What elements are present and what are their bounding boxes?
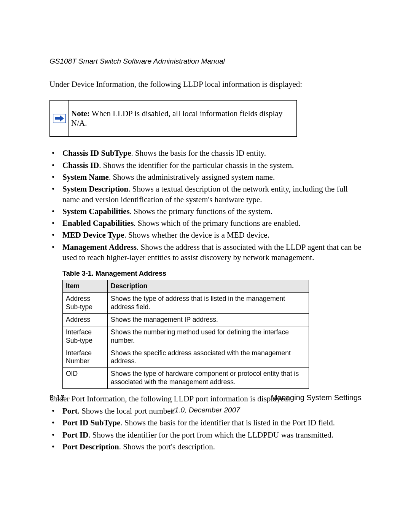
desc: . Shows the primary functions of the sys… xyxy=(130,207,272,216)
desc: . Shows the identifier for the particula… xyxy=(99,161,294,170)
desc: . Shows whether the device is a MED devi… xyxy=(124,230,269,240)
arrow-right-icon xyxy=(53,114,66,123)
note-label: Note: xyxy=(71,109,90,118)
desc: . Shows the port's description. xyxy=(119,442,215,451)
list-item: Chassis ID. Shows the identifier for the… xyxy=(49,160,362,171)
table-caption: Table 3-1. Management Address xyxy=(62,270,362,278)
note-body: When LLDP is disabled, all local informa… xyxy=(71,109,282,128)
cell-desc: Shows the management IP address. xyxy=(108,313,309,326)
desc: . Shows the basis for the chassis ID ent… xyxy=(131,149,266,158)
desc: . Shows which of the primary functions a… xyxy=(134,219,301,228)
table-row: OID Shows the type of hardware component… xyxy=(63,368,309,389)
management-address-table: Item Description Address Sub-type Shows … xyxy=(62,280,309,389)
table-row: Address Shows the management IP address. xyxy=(63,313,309,326)
list-item: MED Device Type. Shows whether the devic… xyxy=(49,230,362,240)
term: Chassis ID xyxy=(62,161,99,170)
term: Chassis ID SubType xyxy=(62,149,131,158)
term: Port Description xyxy=(62,442,119,451)
desc: . Shows the identifier for the port from… xyxy=(88,430,333,439)
desc: . Shows the basis for the identifier tha… xyxy=(120,418,335,427)
list-item: Port ID SubType. Shows the basis for the… xyxy=(49,418,362,428)
term: MED Device Type xyxy=(62,230,124,240)
table-header-row: Item Description xyxy=(63,280,309,293)
page-number: 3-12 xyxy=(49,393,65,402)
intro-paragraph: Under Device Information, the following … xyxy=(49,79,362,89)
svg-rect-1 xyxy=(55,117,60,120)
note-icon-cell xyxy=(50,101,69,136)
term: System Capabilities xyxy=(62,207,130,216)
list-item: Enabled Capabilities. Shows which of the… xyxy=(49,218,362,228)
term: Port ID xyxy=(62,430,88,439)
cell-desc: Shows the type of hardware component or … xyxy=(108,368,309,389)
cell-item: Address Sub-type xyxy=(63,293,108,314)
col-header-item: Item xyxy=(63,280,108,293)
cell-item: Interface Number xyxy=(63,347,108,368)
device-info-list: Chassis ID SubType. Shows the basis for … xyxy=(49,148,362,263)
header-rule xyxy=(49,68,362,68)
cell-item: OID xyxy=(63,368,108,389)
cell-desc: Shows the specific address associated wi… xyxy=(108,347,309,368)
desc: . Shows the administratively assigned sy… xyxy=(109,173,275,182)
list-item: System Capabilities. Shows the primary f… xyxy=(49,206,362,217)
table-row: Interface Sub-type Shows the numbering m… xyxy=(63,326,309,347)
col-header-desc: Description xyxy=(108,280,309,293)
table-row: Address Sub-type Shows the type of addre… xyxy=(63,293,309,314)
term: System Name xyxy=(62,173,109,182)
list-item: Management Address. Shows the address th… xyxy=(49,242,362,263)
term: Port ID SubType xyxy=(62,418,120,427)
term: System Description xyxy=(62,184,128,193)
version-line: v1.0, December 2007 xyxy=(49,406,362,414)
note-box: Note: When LLDP is disabled, all local i… xyxy=(49,100,297,137)
list-item: Port ID. Shows the identifier for the po… xyxy=(49,430,362,440)
page-footer: 3-12 Managing System Settings v1.0, Dece… xyxy=(49,391,362,414)
list-item: System Name. Shows the administratively … xyxy=(49,172,362,182)
section-title: Managing System Settings xyxy=(271,393,362,402)
footer-rule xyxy=(49,391,362,391)
term: Enabled Capabilities xyxy=(62,219,134,228)
table-row: Interface Number Shows the specific addr… xyxy=(63,347,309,368)
note-text: Note: When LLDP is disabled, all local i… xyxy=(69,101,296,136)
cell-item: Address xyxy=(63,313,108,326)
cell-desc: Shows the numbering method used for defi… xyxy=(108,326,309,347)
list-item: Port Description. Shows the port's descr… xyxy=(49,442,362,452)
cell-desc: Shows the type of address that is listed… xyxy=(108,293,309,314)
cell-item: Interface Sub-type xyxy=(63,326,108,347)
list-item: Chassis ID SubType. Shows the basis for … xyxy=(49,148,362,158)
term: Management Address xyxy=(62,243,137,252)
list-item: System Description. Shows a textual desc… xyxy=(49,184,362,205)
running-head: GS108T Smart Switch Software Administrat… xyxy=(49,57,362,66)
